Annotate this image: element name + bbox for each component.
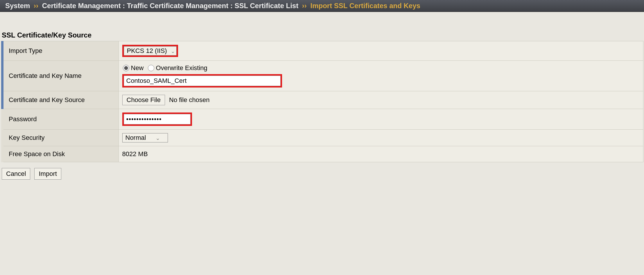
label-cert-key-source: Certificate and Key Source xyxy=(2,91,119,109)
import-type-value: PKCS 12 (IIS) xyxy=(127,47,167,54)
key-security-value: Normal xyxy=(125,134,146,141)
breadcrumb-current: Import SSL Certificates and Keys xyxy=(311,2,420,10)
breadcrumb-path[interactable]: Certificate Management : Traffic Certifi… xyxy=(42,2,298,10)
row-import-type: Import Type PKCS 12 (IIS) ⌵ xyxy=(2,41,643,61)
form-table: Import Type PKCS 12 (IIS) ⌵ Certificate … xyxy=(1,41,643,162)
import-button[interactable]: Import xyxy=(34,168,61,180)
row-cert-key-name: Certificate and Key Name New Overwrite E… xyxy=(2,61,643,91)
choose-file-button[interactable]: Choose File xyxy=(122,95,165,105)
import-type-select[interactable]: PKCS 12 (IIS) ⌵ xyxy=(124,46,177,56)
row-cert-key-source: Certificate and Key Source Choose File N… xyxy=(2,91,643,109)
breadcrumb-separator-icon: ›› xyxy=(302,2,307,10)
chevron-down-icon: ⌵ xyxy=(172,49,174,54)
free-space-value: 8022 MB xyxy=(122,150,148,158)
row-key-security: Key Security Normal ⌵ xyxy=(2,130,643,146)
label-cert-key-name: Certificate and Key Name xyxy=(2,61,119,91)
password-input[interactable] xyxy=(124,114,191,124)
cert-key-name-mode: New Overwrite Existing xyxy=(122,64,640,72)
file-chosen-status: No file chosen xyxy=(169,96,209,103)
highlight-password xyxy=(122,112,192,126)
highlight-import-type: PKCS 12 (IIS) ⌵ xyxy=(122,45,178,57)
breadcrumb-root[interactable]: System xyxy=(5,2,30,10)
highlight-cert-key-name xyxy=(122,74,282,88)
chevron-down-icon: ⌵ xyxy=(157,136,159,141)
cancel-button[interactable]: Cancel xyxy=(2,168,30,180)
label-key-security: Key Security xyxy=(2,130,119,146)
row-password: Password xyxy=(2,109,643,130)
section-title: SSL Certificate/Key Source xyxy=(2,31,644,39)
radio-new[interactable] xyxy=(123,65,129,71)
breadcrumb: System ›› Certificate Management : Traff… xyxy=(0,0,644,12)
cert-key-name-input[interactable] xyxy=(124,76,281,86)
breadcrumb-separator-icon: ›› xyxy=(34,2,38,10)
label-import-type: Import Type xyxy=(2,41,119,61)
label-free-space: Free Space on Disk xyxy=(2,146,119,162)
radio-new-label: New xyxy=(131,64,144,72)
label-password: Password xyxy=(2,109,119,130)
radio-overwrite[interactable] xyxy=(148,65,154,71)
row-free-space: Free Space on Disk 8022 MB xyxy=(2,146,643,162)
radio-overwrite-label: Overwrite Existing xyxy=(156,64,207,72)
key-security-select[interactable]: Normal ⌵ xyxy=(122,133,168,142)
footer-buttons: Cancel Import xyxy=(2,168,644,180)
